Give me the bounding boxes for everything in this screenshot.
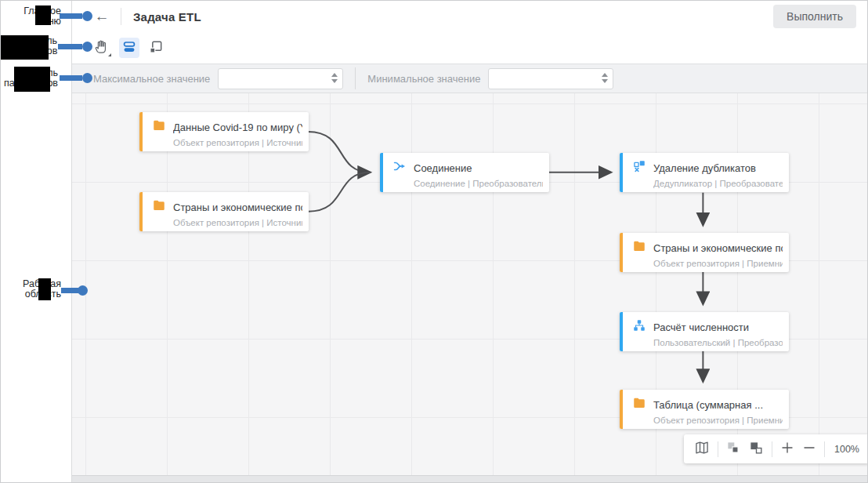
node-accent-strip [139,112,143,151]
stepper-icon[interactable] [602,73,608,83]
arrow-left-icon: ← [95,8,110,24]
node-subtitle: Дедупликатор | Преобразователь [653,179,783,188]
annotation-pointer-line [60,13,82,19]
minimap-button[interactable] [694,440,710,458]
node-accent-strip [620,390,623,429]
folder-icon [632,396,646,413]
zoom-in-icon [780,441,794,457]
etl-task-screen: ← Задача ETL Выполнить [0,0,868,483]
flow-node-source-covid[interactable]: Данные Covid-19 по миру (Yan... Объект р… [139,112,309,151]
min-value-input[interactable] [488,68,613,89]
node-title: Страны и экономические пок... [653,242,783,254]
join-icon [392,159,407,176]
horizontal-scrollbar[interactable] [72,475,867,482]
zoom-in-button[interactable] [780,441,794,457]
parameters-panel: Максимальное значение Минимальное значен… [72,64,867,93]
flow-node-deduplicate[interactable]: Удаление дубликатов Дедупликатор | Преоб… [620,153,789,192]
zoom-out-icon [802,441,816,457]
run-button[interactable]: Выполнить [773,5,856,28]
folder-icon [152,198,166,216]
annotation-pointer-dot [82,73,92,83]
resize-icon [148,39,164,57]
send-backward-icon [726,441,741,458]
annotation-pointer-dot [78,285,88,296]
redaction-box [38,278,51,300]
redaction-box [35,5,51,25]
layout-icon [122,40,136,56]
app-window: ← Задача ETL Выполнить [71,1,867,482]
flow-node-source-countries[interactable]: Страны и экономические пок... Объект реп… [139,192,309,231]
node-accent-strip [380,153,383,192]
node-subtitle: Объект репозитория | Источник [173,218,302,227]
zoom-out-button[interactable] [802,441,816,457]
max-value-label: Максимальное значение [93,73,210,85]
workspace-canvas[interactable]: Данные Covid-19 по миру (Yan... Объект р… [72,93,867,475]
annotation-pointer-line [58,44,82,49]
redaction-box [14,67,50,92]
map-icon [694,440,710,458]
node-title: Данные Covid-19 по миру (Yan... [173,122,302,133]
flow-node-sink-countries[interactable]: Страны и экономические пок... Объект реп… [620,233,789,272]
layout-tool-button[interactable] [119,38,139,58]
node-title: Таблица (суммарная ... [653,399,763,411]
max-value-input[interactable] [218,68,343,89]
node-subtitle: Объект репозитория | Приемник [653,416,783,425]
annotation-pointer-line [60,75,82,81]
controls-divider [772,441,772,457]
node-title: Удаление дубликатов [653,162,756,174]
hierarchy-icon [632,318,646,336]
fit-selection-button[interactable] [146,38,166,58]
toolbar [72,32,867,64]
node-title: Соединение [414,162,472,174]
node-subtitle: Пользовательский | Преобразова... [653,338,783,347]
parameters-divider [355,67,356,89]
bring-forward-button[interactable] [749,441,764,458]
header-divider [121,8,121,25]
dedup-icon [632,159,646,176]
node-accent-strip [620,233,623,272]
send-backward-button[interactable] [726,441,741,458]
node-accent-strip [620,153,623,192]
back-button[interactable]: ← [93,8,110,25]
node-subtitle: Соединение | Преобразователь [414,179,543,188]
node-subtitle: Объект репозитория | Источник [173,138,302,147]
canvas-controls: 100% [684,434,867,463]
annotation-pointer-line [61,288,78,293]
header: ← Задача ETL Выполнить [72,1,867,32]
flow-node-sink-table[interactable]: Таблица (суммарная ... Объект репозитори… [620,390,789,429]
annotation-pointer-dot [82,42,92,52]
node-accent-strip [620,312,623,351]
stepper-icon[interactable] [331,73,338,83]
node-subtitle: Объект репозитория | Приемник [653,259,783,268]
redaction-box [1,35,49,60]
zoom-level: 100% [833,444,859,455]
annotation-pointer-dot [82,11,92,21]
folder-icon [632,239,646,256]
min-value-label: Минимальное значение [367,73,480,85]
folder-icon [152,118,166,136]
page-title: Задача ETL [133,10,201,24]
bring-forward-icon [749,441,764,458]
node-accent-strip [139,192,143,231]
controls-divider [718,441,718,457]
dropdown-corner-icon [108,53,111,56]
node-title: Страны и экономические пок... [173,202,302,213]
node-title: Расчёт численности [653,321,749,333]
flow-node-join[interactable]: Соединение Соединение | Преобразователь [380,153,549,192]
controls-divider [824,441,825,457]
pan-tool-button[interactable] [92,38,113,58]
flow-node-calc-population[interactable]: Расчёт численности Пользовательский | Пр… [620,312,789,351]
